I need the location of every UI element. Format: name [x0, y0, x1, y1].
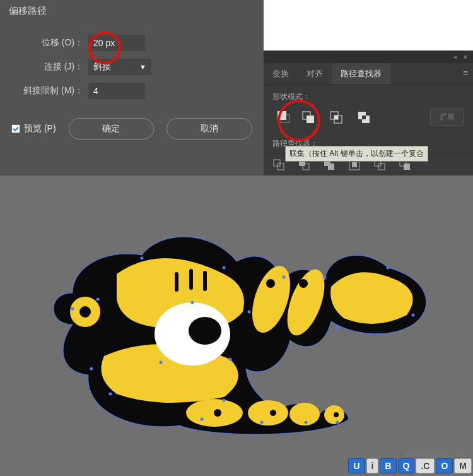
joins-row: 连接 (J)： 斜接 ▼ — [6, 59, 257, 75]
wm-c: .C — [416, 458, 435, 473]
svg-point-42 — [248, 311, 251, 314]
tab-pathfinder[interactable]: 路径查找器 — [332, 63, 390, 85]
svg-rect-7 — [362, 116, 366, 119]
svg-point-57 — [90, 367, 93, 371]
svg-point-39 — [96, 298, 100, 301]
miter-label: 斜接限制 (M)： — [6, 85, 88, 97]
ok-button[interactable]: 确定 — [69, 118, 155, 140]
offset-path-dialog: 偏移路径 位移 (O)： 连接 (J)： 斜接 ▼ 斜接限制 (M)： — [0, 0, 264, 176]
svg-point-28 — [189, 317, 221, 345]
shape-modes-label: 形状模式： — [264, 85, 473, 106]
svg-point-41 — [223, 266, 226, 270]
preview-checkbox[interactable] — [11, 124, 20, 133]
svg-rect-17 — [378, 164, 385, 170]
watermark: U i B Q .C O M — [348, 458, 472, 473]
offset-label: 位移 (O)： — [6, 37, 88, 49]
miter-input[interactable] — [88, 83, 145, 99]
svg-rect-9 — [277, 164, 284, 170]
joins-select[interactable]: 斜接 ▼ — [88, 59, 151, 75]
joins-value: 斜接 — [93, 61, 111, 73]
svg-point-51 — [109, 393, 112, 396]
svg-point-53 — [201, 418, 204, 421]
svg-rect-1 — [307, 116, 314, 123]
preview-checkbox-wrap[interactable]: 预览 (P) — [11, 123, 56, 134]
svg-point-54 — [260, 421, 264, 424]
checkmark-icon — [13, 125, 18, 131]
collapse-icon[interactable]: « — [452, 53, 459, 61]
dialog-title: 偏移路径 — [0, 0, 264, 22]
svg-point-46 — [412, 314, 415, 317]
tab-transform[interactable]: 变换 — [264, 63, 298, 85]
preview-label: 预览 (P) — [24, 123, 56, 134]
offset-row: 位移 (O)： — [6, 35, 257, 51]
svg-point-24 — [248, 400, 288, 425]
svg-point-31 — [299, 279, 308, 288]
wm-m: M — [454, 458, 472, 473]
unite-tooltip: 联集（按住 Alt 键单击，以创建一个复合 — [285, 146, 428, 162]
close-icon[interactable]: × — [462, 53, 469, 61]
svg-point-30 — [266, 279, 275, 288]
svg-rect-19 — [404, 164, 410, 170]
panel-tabs: 变换 对齐 路径查找器 ≡ — [264, 63, 473, 85]
miter-row: 斜接限制 (M)： — [6, 83, 257, 99]
svg-point-55 — [305, 421, 308, 424]
svg-point-48 — [191, 301, 194, 304]
divide-button[interactable] — [272, 158, 285, 171]
svg-point-38 — [71, 307, 74, 311]
wm-u: U — [348, 458, 365, 473]
expand-button[interactable]: 扩展 — [430, 109, 464, 126]
svg-point-47 — [336, 326, 339, 330]
artboard: www·psahz·com U i B Q .C O M — [0, 176, 473, 476]
svg-point-34 — [334, 412, 339, 417]
svg-point-56 — [336, 421, 339, 424]
svg-point-40 — [141, 257, 144, 260]
wm-o: O — [436, 458, 453, 473]
wm-q: Q — [398, 458, 415, 473]
watermark-faint: www·psahz·com — [404, 449, 467, 458]
svg-point-44 — [324, 276, 327, 279]
minus-front-button[interactable] — [300, 109, 317, 126]
panel-menu-icon[interactable]: ≡ — [458, 63, 473, 85]
svg-rect-15 — [352, 162, 357, 167]
exclude-button[interactable] — [356, 109, 372, 126]
svg-point-49 — [160, 361, 163, 364]
svg-rect-13 — [328, 164, 334, 170]
svg-point-29 — [79, 306, 91, 318]
tab-align[interactable]: 对齐 — [298, 63, 332, 85]
svg-point-33 — [270, 410, 276, 416]
svg-point-50 — [229, 358, 232, 361]
joins-label: 连接 (J)： — [6, 61, 88, 73]
svg-point-45 — [387, 266, 390, 270]
svg-rect-4 — [334, 116, 338, 119]
svg-rect-8 — [274, 160, 280, 166]
cancel-button[interactable]: 取消 — [166, 118, 252, 140]
offset-input[interactable] — [88, 35, 145, 51]
wm-i: i — [366, 458, 379, 473]
svg-point-32 — [214, 409, 221, 417]
wm-b: B — [380, 458, 396, 473]
svg-point-43 — [283, 276, 286, 279]
selected-artwork[interactable] — [35, 205, 438, 447]
chevron-down-icon: ▼ — [139, 63, 146, 71]
unite-button[interactable] — [272, 109, 289, 126]
svg-point-52 — [223, 399, 226, 402]
intersect-button[interactable] — [328, 109, 344, 126]
